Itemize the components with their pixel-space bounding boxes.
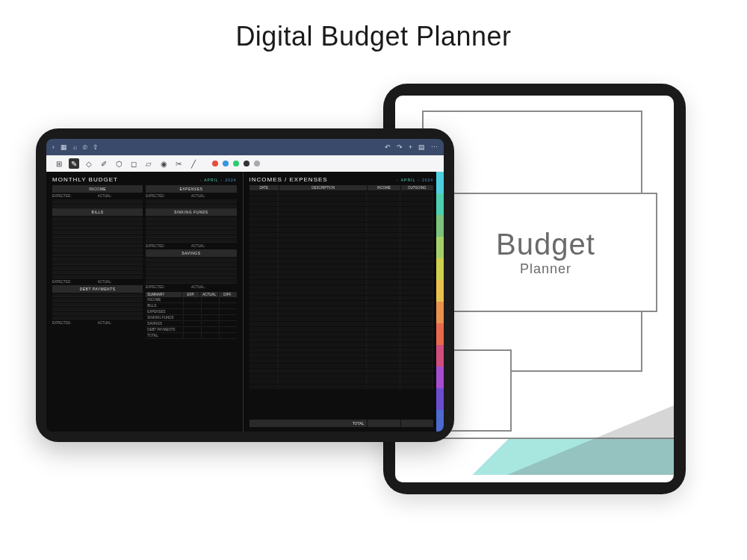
crop-tool-icon[interactable]: ✂ [173,158,184,169]
image-tool-icon[interactable]: ▱ [143,158,154,169]
table-row[interactable] [52,243,143,247]
table-row[interactable] [146,280,236,284]
redo-icon[interactable]: ↷ [397,143,403,151]
table-row[interactable] [52,316,143,320]
month-tab-10[interactable] [436,367,444,388]
prev-month-icon-r[interactable]: ‹ [397,178,399,182]
add-icon[interactable]: + [409,143,412,151]
table-row[interactable] [249,374,434,379]
table-row[interactable] [249,259,434,264]
table-row[interactable] [249,332,434,337]
table-row[interactable] [249,223,434,227]
camera-tool-icon[interactable]: ◉ [158,158,169,169]
layers-icon[interactable]: ▤ [418,143,425,151]
table-row[interactable] [52,252,143,256]
pen-tool-icon[interactable]: ✎ [69,158,79,169]
table-row[interactable] [146,225,236,229]
current-year[interactable]: 2024 [225,178,236,182]
share-icon[interactable]: ⇪ [93,143,99,151]
month-tab-2[interactable] [436,193,444,215]
table-row[interactable] [146,258,236,261]
table-row[interactable] [249,385,434,389]
back-icon[interactable]: ‹ [52,143,55,151]
search-icon[interactable]: ⌕ [73,143,77,151]
table-row[interactable] [52,204,143,208]
table-row[interactable] [249,270,434,274]
table-row[interactable] [146,230,236,234]
table-row[interactable] [249,379,434,384]
prev-month-icon[interactable]: ‹ [200,178,202,182]
grid-icon[interactable]: ▦ [61,143,67,151]
table-row[interactable] [249,275,434,279]
color-gray[interactable] [254,161,260,167]
month-tab-8[interactable] [436,323,444,345]
eraser-tool-icon[interactable]: ◇ [84,158,94,169]
month-tab-7[interactable] [436,302,444,323]
shape-tool-icon[interactable]: ◻ [128,158,139,169]
table-row[interactable] [249,311,434,316]
table-row[interactable] [249,290,434,295]
table-row[interactable] [52,239,143,243]
color-black[interactable] [244,161,249,167]
table-row[interactable] [146,239,236,243]
table-row[interactable] [52,302,143,306]
table-row[interactable] [52,221,143,225]
color-green[interactable] [233,161,239,167]
month-tab-12[interactable] [436,410,444,432]
ruler-tool-icon[interactable]: ╱ [188,158,199,169]
table-row[interactable] [249,322,434,326]
month-tab-3[interactable] [436,215,444,237]
table-row[interactable] [249,348,434,352]
table-row[interactable] [249,317,434,321]
lasso-tool-icon[interactable]: ⬡ [114,158,124,169]
month-tab-6[interactable] [436,280,444,302]
table-row[interactable] [249,369,434,373]
more-icon[interactable]: ⋯ [431,143,438,151]
table-row[interactable] [249,296,434,300]
table-row[interactable] [146,199,236,203]
table-row[interactable] [146,262,236,266]
table-row[interactable] [249,327,434,332]
color-red[interactable] [212,161,218,167]
table-row[interactable] [249,280,434,284]
table-row[interactable] [52,261,143,265]
bookmark-icon[interactable]: ⎚ [83,143,87,151]
current-year-r[interactable]: 2024 [422,178,433,182]
table-row[interactable] [52,293,143,297]
table-row[interactable] [249,202,434,206]
table-row[interactable] [249,217,434,222]
table-row[interactable] [52,248,143,252]
current-month-r[interactable]: APRIL [401,178,415,182]
table-row[interactable] [249,353,434,358]
table-row[interactable] [52,225,143,229]
table-row[interactable] [146,234,236,238]
month-tab-11[interactable] [436,388,444,410]
text-tool-icon[interactable]: ⊞ [54,158,64,169]
table-row[interactable] [249,238,434,243]
next-month-icon-r[interactable]: › [418,178,420,182]
table-row[interactable] [249,343,434,347]
table-row[interactable] [146,267,236,270]
table-row[interactable] [249,264,434,269]
table-row[interactable] [249,306,434,311]
table-row[interactable] [52,275,143,279]
table-row[interactable] [249,301,434,305]
table-row[interactable] [249,233,434,237]
table-row[interactable] [249,337,434,342]
table-row[interactable] [249,196,434,201]
table-row[interactable] [249,243,434,248]
table-row[interactable] [249,207,434,211]
table-row[interactable] [52,234,143,238]
table-row[interactable] [52,307,143,311]
table-row[interactable] [249,249,434,253]
next-month-icon[interactable]: › [221,178,223,182]
table-row[interactable] [249,358,434,363]
table-row[interactable] [146,276,236,279]
table-row[interactable] [146,204,236,208]
current-month[interactable]: APRIL [204,178,218,182]
table-row[interactable] [52,298,143,302]
table-row[interactable] [249,228,434,232]
table-row[interactable] [146,221,236,225]
undo-icon[interactable]: ↶ [385,143,391,151]
table-row[interactable] [249,191,434,196]
